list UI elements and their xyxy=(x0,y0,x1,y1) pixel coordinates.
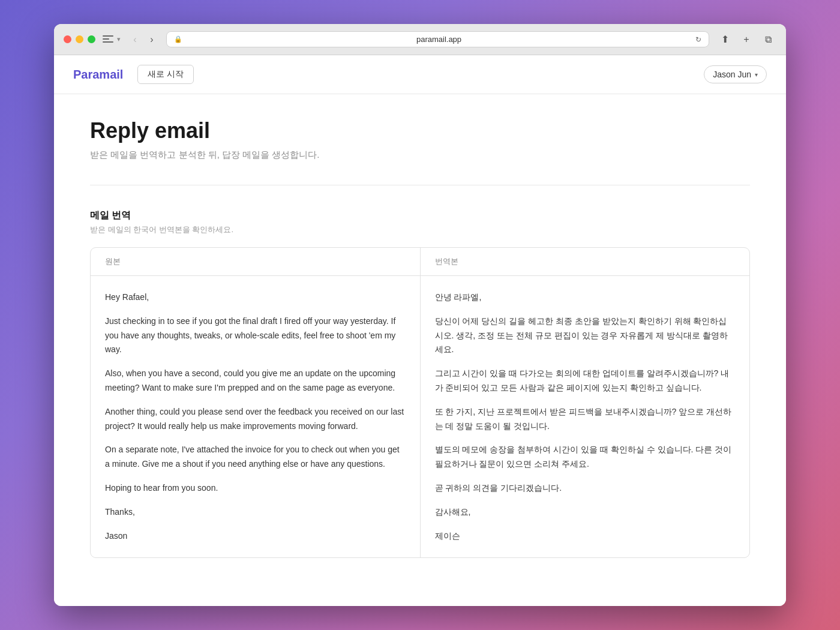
new-start-button[interactable]: 새로 시작 xyxy=(137,65,194,84)
new-tab-button[interactable]: + xyxy=(738,31,755,48)
translation-body: Hey Rafael,Just checking in to see if yo… xyxy=(91,276,749,557)
translated-paragraph: 당신이 어제 당신의 길을 헤고한 최종 초안을 받았는지 확인하기 위해 확인… xyxy=(435,314,736,357)
translated-paragraph: 제이슨 xyxy=(435,529,736,544)
original-paragraph: Another thing, could you please send ove… xyxy=(105,405,406,434)
tabs-button[interactable]: ⧉ xyxy=(760,31,776,48)
divider xyxy=(90,185,750,185)
translated-paragraph: 그리고 시간이 있을 때 다가오는 회의에 대한 업데이트를 알려주시겠습니까?… xyxy=(435,367,736,395)
browser-window: ▾ ‹ › 🔒 paramail.app ↻ ⬆ + ⧉ Paramail 새로… xyxy=(54,24,786,606)
original-column: Hey Rafael,Just checking in to see if yo… xyxy=(91,276,421,557)
main-content: Reply email 받은 메일을 번역하고 분석한 뒤, 답장 메일을 생성… xyxy=(54,94,786,606)
original-paragraph: Hey Rafael, xyxy=(105,290,406,305)
lock-icon: 🔒 xyxy=(174,35,182,43)
chevron-down-icon: ▾ xyxy=(117,35,121,43)
translated-paragraph: 또 한 가지, 지난 프로젝트에서 받은 피드백을 보내주시겠습니까? 앞으로 … xyxy=(435,405,736,434)
section-title: 메일 번역 xyxy=(90,209,750,222)
user-name: Jason Jun xyxy=(713,70,751,79)
refresh-icon[interactable]: ↻ xyxy=(695,35,701,44)
forward-button[interactable]: › xyxy=(145,32,159,47)
page-subtitle: 받은 메일을 번역하고 분석한 뒤, 답장 메일을 생성합니다. xyxy=(90,149,750,161)
translated-column: 안녕 라파엘,당신이 어제 당신의 길을 헤고한 최종 초안을 받았는지 확인하… xyxy=(421,276,750,557)
sidebar-toggle-button[interactable] xyxy=(103,35,113,44)
chevron-down-icon: ▾ xyxy=(755,71,758,78)
traffic-lights xyxy=(64,35,95,43)
app-content: Paramail 새로 시작 Jason Jun ▾ Reply email 받… xyxy=(54,55,786,606)
maximize-button[interactable] xyxy=(88,35,95,43)
url-text: paramail.app xyxy=(187,35,691,44)
translated-paragraph: 별도의 메모에 송장을 첨부하여 시간이 있을 때 확인하실 수 있습니다. 다… xyxy=(435,443,736,472)
original-paragraph: Jason xyxy=(105,529,406,544)
translation-container: 원본 번역본 Hey Rafael,Just checking in to se… xyxy=(90,247,750,558)
translated-paragraph: 안녕 라파엘, xyxy=(435,290,736,305)
original-paragraph: On a separate note, I've attached the in… xyxy=(105,443,406,472)
translated-column-header: 번역본 xyxy=(421,248,750,275)
app-header: Paramail 새로 시작 Jason Jun ▾ xyxy=(54,55,786,94)
browser-controls: ▾ xyxy=(103,35,121,44)
page-title: Reply email xyxy=(90,118,750,143)
section-description: 받은 메일의 한국어 번역본을 확인하세요. xyxy=(90,224,750,235)
share-button[interactable]: ⬆ xyxy=(716,31,733,48)
browser-actions: ⬆ + ⧉ xyxy=(716,31,776,48)
original-paragraph: Thanks, xyxy=(105,505,406,520)
original-paragraph: Also, when you have a second, could you … xyxy=(105,367,406,395)
minimize-button[interactable] xyxy=(76,35,83,43)
translation-header: 원본 번역본 xyxy=(91,248,749,276)
close-button[interactable] xyxy=(64,35,71,43)
back-button[interactable]: ‹ xyxy=(128,32,142,47)
original-paragraph: Hoping to hear from you soon. xyxy=(105,481,406,496)
translated-paragraph: 곧 귀하의 의견을 기다리겠습니다. xyxy=(435,481,736,496)
nav-arrows: ‹ › xyxy=(128,32,159,47)
translated-paragraph: 감사해요, xyxy=(435,505,736,520)
original-column-header: 원본 xyxy=(91,248,421,275)
original-paragraph: Just checking in to see if you got the f… xyxy=(105,314,406,357)
address-bar[interactable]: 🔒 paramail.app ↻ xyxy=(166,31,709,47)
app-logo: Paramail xyxy=(73,68,123,82)
user-menu[interactable]: Jason Jun ▾ xyxy=(704,65,767,83)
browser-chrome: ▾ ‹ › 🔒 paramail.app ↻ ⬆ + ⧉ xyxy=(54,24,786,55)
